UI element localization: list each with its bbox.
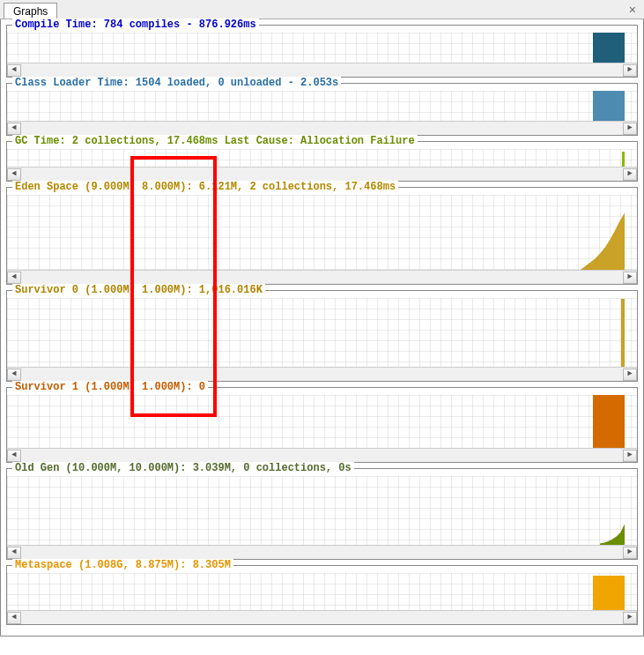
panel-title-value: 1504 loaded, 0 unloaded - 2.053s [136, 77, 338, 89]
graph-content [7, 298, 637, 367]
scroll-left-icon[interactable]: ◄ [7, 547, 21, 559]
scroll-left-icon[interactable]: ◄ [7, 123, 21, 135]
scrollbar-track[interactable] [21, 547, 623, 559]
data-bar [593, 576, 625, 610]
panel-title-key: GC Time: [15, 135, 66, 147]
panel-title-value: 0 [199, 381, 205, 393]
scroll-right-icon[interactable]: ► [623, 450, 637, 462]
graph-area-compile[interactable] [7, 33, 637, 63]
panel-title-gc: GC Time: 2 collections, 17.468ms Last Ca… [12, 135, 418, 147]
scrollbar-track[interactable] [21, 368, 623, 381]
scrollbar-horizontal[interactable]: ◄► [7, 610, 637, 624]
graph-area-metaspace[interactable] [7, 573, 637, 610]
panel-title-key: Compile Time: [15, 19, 98, 31]
panel-title-value: 8.305M [193, 559, 231, 571]
graph-area-s1[interactable] [7, 395, 637, 448]
scroll-right-icon[interactable]: ► [623, 612, 637, 624]
graph-area-oldgen[interactable] [7, 476, 637, 545]
scrollbar-horizontal[interactable]: ◄► [7, 545, 637, 559]
graph-area-s0[interactable] [7, 298, 637, 367]
panel-title-key: Old Gen (10.000M, 10.000M): [15, 462, 186, 474]
graph-panel-oldgen: Old Gen (10.000M, 10.000M): 3.039M, 0 co… [6, 468, 638, 560]
panel-title-value: 784 compiles - 876.926ms [104, 19, 256, 31]
scrollbar-horizontal[interactable]: ◄► [7, 448, 637, 462]
panel-title-key: Class Loader Time: [15, 77, 130, 89]
scroll-left-icon[interactable]: ◄ [7, 368, 21, 381]
scrollbar-track[interactable] [21, 123, 623, 135]
scrollbar-track[interactable] [21, 612, 623, 624]
panel-title-value: 1,016.016K [199, 284, 263, 296]
graph-panel-compile: Compile Time: 784 compiles - 876.926ms◄► [6, 25, 638, 78]
graph-content [7, 573, 637, 610]
scroll-left-icon[interactable]: ◄ [7, 168, 21, 181]
data-spike [621, 299, 625, 367]
graph-content [7, 33, 637, 63]
panel-title-value: 6.121M, 2 collections, 17.468ms [199, 181, 396, 193]
graph-content [7, 195, 637, 270]
graph-area-gc[interactable] [7, 149, 637, 167]
graph-panel-metaspace: Metaspace (1.008G, 8.875M): 8.305M◄► [6, 565, 638, 625]
scrollbar-horizontal[interactable]: ◄► [7, 270, 637, 284]
scroll-left-icon[interactable]: ◄ [7, 272, 21, 284]
panel-title-value: 2 collections, 17.468ms Last Cause: Allo… [72, 135, 415, 147]
scroll-right-icon[interactable]: ► [623, 272, 637, 284]
scrollbar-track[interactable] [21, 272, 623, 284]
scroll-left-icon[interactable]: ◄ [7, 450, 21, 462]
data-bar [593, 91, 625, 121]
graph-area-classloader[interactable] [7, 91, 637, 121]
close-icon[interactable]: × [626, 3, 639, 17]
panel-title-key: Metaspace (1.008G, 8.875M): [15, 559, 186, 571]
scroll-left-icon[interactable]: ◄ [7, 612, 21, 624]
scroll-right-icon[interactable]: ► [623, 547, 637, 559]
scrollbar-track[interactable] [21, 450, 623, 462]
graph-panel-eden: Eden Space (9.000M, 8.000M): 6.121M, 2 c… [6, 187, 638, 285]
graph-area-eden[interactable] [7, 195, 637, 270]
panel-title-oldgen: Old Gen (10.000M, 10.000M): 3.039M, 0 co… [12, 462, 354, 474]
data-spike [622, 152, 625, 167]
graph-panel-s1: Survivor 1 (1.000M, 1.000M): 0◄► [6, 387, 638, 463]
graph-content [7, 149, 637, 167]
panel-title-s1: Survivor 1 (1.000M, 1.000M): 0 [12, 381, 208, 393]
data-bar [593, 33, 625, 63]
panel-title-eden: Eden Space (9.000M, 8.000M): 6.121M, 2 c… [12, 181, 398, 193]
graph-panel-classloader: Class Loader Time: 1504 loaded, 0 unload… [6, 83, 638, 136]
scrollbar-horizontal[interactable]: ◄► [7, 367, 637, 381]
scrollbar-track[interactable] [21, 64, 623, 77]
panel-title-classloader: Class Loader Time: 1504 loaded, 0 unload… [12, 77, 341, 89]
panels-container: Compile Time: 784 compiles - 876.926ms◄►… [0, 19, 644, 636]
graph-content [7, 476, 637, 545]
scroll-right-icon[interactable]: ► [623, 123, 637, 135]
data-ramp [600, 476, 625, 545]
tab-graphs[interactable]: Graphs [4, 3, 57, 19]
scroll-left-icon[interactable]: ◄ [7, 64, 21, 77]
graph-content [7, 91, 637, 121]
tab-bar: Graphs × [0, 0, 644, 19]
scroll-right-icon[interactable]: ► [623, 168, 637, 181]
data-ramp [581, 195, 625, 270]
scrollbar-horizontal[interactable]: ◄► [7, 121, 637, 135]
graph-content [7, 395, 637, 448]
scroll-right-icon[interactable]: ► [623, 64, 637, 77]
data-bar [593, 395, 625, 448]
panel-title-key: Survivor 0 (1.000M, 1.000M): [15, 284, 193, 296]
panel-title-key: Survivor 1 (1.000M, 1.000M): [15, 381, 193, 393]
graph-panel-s0: Survivor 0 (1.000M, 1.000M): 1,016.016K◄… [6, 290, 638, 382]
scrollbar-horizontal[interactable]: ◄► [7, 167, 637, 181]
scrollbar-track[interactable] [21, 168, 623, 181]
tab-label: Graphs [13, 5, 48, 18]
panel-title-key: Eden Space (9.000M, 8.000M): [15, 181, 193, 193]
graph-panel-gc: GC Time: 2 collections, 17.468ms Last Ca… [6, 141, 638, 182]
panel-title-s0: Survivor 0 (1.000M, 1.000M): 1,016.016K [12, 284, 265, 296]
panel-title-value: 3.039M, 0 collections, 0s [193, 462, 352, 474]
scrollbar-horizontal[interactable]: ◄► [7, 63, 637, 77]
scroll-right-icon[interactable]: ► [623, 368, 637, 381]
panel-title-compile: Compile Time: 784 compiles - 876.926ms [12, 19, 259, 31]
panel-title-metaspace: Metaspace (1.008G, 8.875M): 8.305M [12, 559, 233, 571]
